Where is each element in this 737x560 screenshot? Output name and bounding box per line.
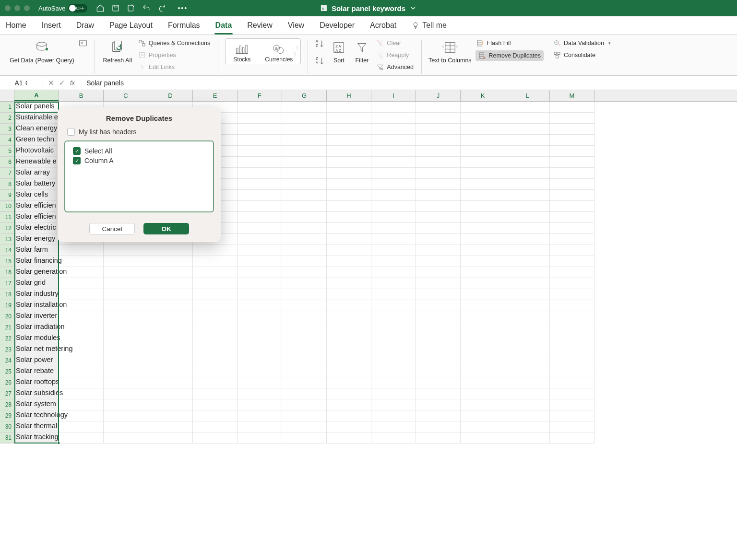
headers-checkbox-row[interactable]: My list has headers [67,128,214,136]
cell[interactable] [416,333,461,344]
cell[interactable] [148,289,193,300]
cell[interactable] [238,168,282,179]
cell[interactable] [416,223,461,234]
data-validation-button[interactable]: Data Validation▾ [552,38,612,48]
cell[interactable]: Solar battery [14,179,59,190]
cell[interactable] [371,135,416,146]
cell[interactable] [461,432,505,443]
cell[interactable] [327,102,371,113]
cancel-button[interactable]: Cancel [89,223,135,234]
cell[interactable] [371,311,416,322]
cell[interactable] [505,410,550,421]
cell[interactable] [416,377,461,388]
cell[interactable] [193,399,238,410]
cell[interactable] [371,256,416,267]
cell[interactable] [550,322,594,333]
row-header[interactable]: 16 [0,267,14,278]
cell[interactable]: Renewable e [14,157,59,168]
cell[interactable] [416,157,461,168]
cell[interactable] [371,399,416,410]
cell[interactable] [371,102,416,113]
row-header[interactable]: 12 [0,223,14,234]
cell[interactable] [193,333,238,344]
cell[interactable] [550,432,594,443]
cell[interactable] [238,124,282,135]
cancel-formula-icon[interactable]: ✕ [48,79,54,87]
cell[interactable] [550,289,594,300]
cell[interactable] [104,366,148,377]
cell[interactable] [148,410,193,421]
fx-label[interactable]: fx [70,79,75,86]
cell[interactable]: Green techn [14,135,59,146]
cell[interactable] [327,377,371,388]
cell[interactable] [550,245,594,256]
cell[interactable] [505,421,550,432]
cell[interactable] [238,289,282,300]
cell[interactable] [416,135,461,146]
cell[interactable] [193,245,238,256]
cell[interactable] [371,278,416,289]
cell[interactable]: Solar grid [14,278,59,289]
cell[interactable] [59,366,104,377]
cell[interactable] [505,388,550,399]
cell[interactable] [505,355,550,366]
cell[interactable] [461,421,505,432]
cell[interactable] [327,355,371,366]
tab-view[interactable]: View [287,17,305,34]
col-header-g[interactable]: G [282,90,327,101]
cell[interactable] [327,135,371,146]
cell[interactable] [550,333,594,344]
column-a-row[interactable]: ✓Column A [73,157,205,164]
cell[interactable] [104,399,148,410]
cell[interactable] [238,234,282,245]
cell[interactable] [505,256,550,267]
cell[interactable] [416,355,461,366]
cell[interactable] [550,190,594,201]
cell[interactable]: Solar technology [14,410,59,421]
col-header-h[interactable]: H [327,90,371,101]
cell[interactable] [371,212,416,223]
row-header[interactable]: 27 [0,388,14,399]
cell[interactable] [505,212,550,223]
col-header-i[interactable]: I [371,90,416,101]
cell[interactable] [461,333,505,344]
cell[interactable] [416,234,461,245]
row-header[interactable]: 29 [0,410,14,421]
cell[interactable] [461,410,505,421]
cell[interactable] [282,311,327,322]
consolidate-button[interactable]: Consolidate [552,50,612,60]
row-header[interactable]: 1 [0,102,14,113]
row-header[interactable]: 2 [0,113,14,124]
edit-links-button[interactable]: Edit Links [137,62,212,72]
sort-asc-icon[interactable]: AZ [315,38,325,49]
cell[interactable] [550,201,594,212]
cell[interactable] [238,102,282,113]
cell[interactable] [461,157,505,168]
cell[interactable] [416,146,461,157]
cell[interactable] [550,135,594,146]
cell[interactable] [461,366,505,377]
cell[interactable] [461,267,505,278]
enter-formula-icon[interactable]: ✓ [59,79,65,87]
cell[interactable] [238,432,282,443]
tab-page-layout[interactable]: Page Layout [108,17,154,34]
cell[interactable] [104,289,148,300]
cell[interactable] [461,399,505,410]
cell[interactable] [327,124,371,135]
cell[interactable] [238,179,282,190]
cell[interactable]: Solar cells [14,190,59,201]
cell[interactable]: Solar irradiation [14,322,59,333]
cell[interactable] [371,421,416,432]
cell[interactable] [416,124,461,135]
cell[interactable] [371,333,416,344]
cell[interactable] [148,421,193,432]
cell[interactable]: Solar array [14,168,59,179]
cell[interactable] [416,102,461,113]
cell[interactable] [193,300,238,311]
cell[interactable]: Solar tracking [14,432,59,443]
cell[interactable] [505,322,550,333]
cell[interactable] [327,146,371,157]
remove-duplicates-button[interactable]: Remove Duplicates [475,50,544,61]
cell[interactable] [282,124,327,135]
cell[interactable] [282,201,327,212]
